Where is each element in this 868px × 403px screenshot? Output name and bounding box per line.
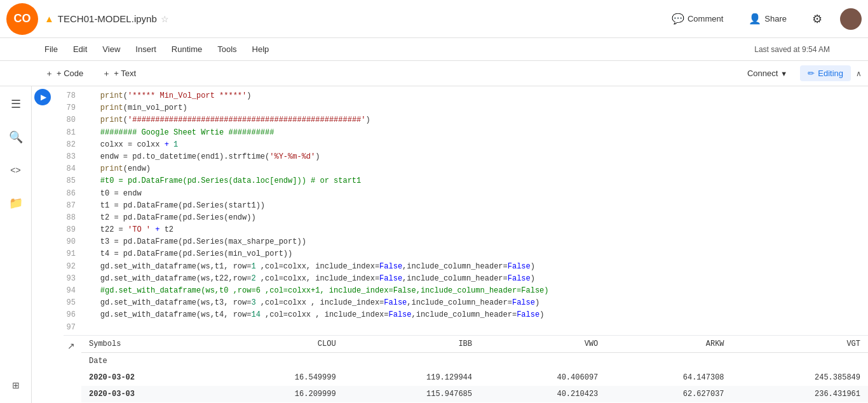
output-vgt-1: 236.431961 [732, 386, 868, 402]
comment-button[interactable]: 💬 Comment [664, 8, 731, 29]
output-date-0: 2020-03-02 [81, 369, 217, 386]
code-line-86: t0 = endw [82, 188, 862, 200]
connect-label: Connect [747, 69, 778, 78]
chevron-down-icon: ▼ [780, 70, 787, 77]
menubar: File Edit View Insert Runtime Tools Help… [0, 38, 868, 61]
play-icon: ▶ [41, 93, 46, 102]
sidebar-menu-icon[interactable]: ☰ [4, 93, 27, 116]
code-cell: ▶ 7879808182 8384858687 8889909192 93949… [32, 86, 868, 335]
star-icon[interactable]: ☆ [161, 14, 169, 24]
output-date-header: Date [81, 352, 217, 369]
output-vgt-header: VGT [732, 336, 868, 353]
output-header-row: Symbols CLOU IBB VWO ARKW VGT [81, 336, 868, 353]
output-ibb-header: IBB [344, 336, 480, 353]
left-sidebar: ☰ 🔍 <> 📁 ⊞ [0, 86, 32, 403]
menu-help[interactable]: Help [246, 42, 276, 56]
output-vwo-0: 40.406097 [480, 369, 606, 386]
expand-output-icon[interactable]: ↗ [67, 341, 75, 351]
code-line-78: print('***** Min_Vol_port *****') [82, 90, 862, 102]
output-clou-0: 16.549999 [217, 369, 343, 386]
run-button[interactable]: ▶ [34, 89, 51, 105]
comment-label: Comment [688, 14, 723, 23]
code-line-91: t4 = pd.DataFrame(pd.Series(min_vol_port… [82, 248, 862, 260]
editing-label: Editing [818, 69, 843, 78]
sidebar-table-icon[interactable]: ⊞ [4, 374, 27, 397]
output-table: Symbols CLOU IBB VWO ARKW VGT Date [81, 336, 868, 403]
line-numbers: 7879808182 8384858687 8889909192 9394959… [53, 89, 82, 335]
output-arkw-header: ARKW [606, 336, 731, 353]
toolbar-right: Connect ▼ ✏ Editing ∧ [740, 65, 862, 81]
logo: CO [6, 3, 38, 35]
comment-icon: 💬 [672, 13, 684, 25]
output-ibb-1: 115.947685 [344, 386, 480, 402]
share-icon: 👤 [749, 13, 761, 25]
code-line-92: gd.set_with_dataframe(ws,t1, row=1 ,col=… [82, 261, 862, 273]
code-line-87: t1 = pd.DataFrame(pd.Series(start1)) [82, 200, 862, 212]
logo-text: CO [14, 12, 31, 25]
drive-icon: ▲ [44, 13, 54, 24]
output-inner: Symbols CLOU IBB VWO ARKW VGT Date [81, 336, 868, 403]
output-arkw-0: 64.147308 [606, 369, 731, 386]
top-right-actions: 💬 Comment 👤 Share ⚙ [664, 8, 862, 30]
code-line-83: endw = pd.to_datetime(end1).strftime('%Y… [82, 151, 862, 163]
add-code-button[interactable]: ＋ + Code [38, 64, 90, 83]
table-row: 2020-03-03 16.209999 115.947685 40.21042… [81, 386, 868, 402]
avatar[interactable] [840, 8, 862, 30]
share-label: Share [764, 14, 787, 23]
gear-icon: ⚙ [812, 12, 822, 26]
output-vgt-0: 245.385849 [732, 369, 868, 386]
output-clou-header: CLOU [217, 336, 343, 353]
output-area: ↗ Symbols CLOU IBB VWO ARKW VGT Date [64, 335, 868, 403]
output-ibb-0: 119.129944 [344, 369, 480, 386]
main-content: ▶ 7879808182 8384858687 8889909192 93949… [32, 86, 868, 403]
code-line-96: gd.set_with_dataframe(ws,t4, row=14 ,col… [82, 309, 862, 321]
code-line-80: print('#################################… [82, 114, 862, 126]
code-line-97 [82, 322, 862, 334]
code-line-90: t3 = pd.DataFrame(pd.Series(max_sharpe_p… [82, 236, 862, 248]
sidebar-code-icon[interactable]: <> [4, 159, 27, 182]
toolbar: ＋ + Code ＋ + Text Connect ▼ ✏ Editing ∧ [0, 61, 868, 86]
output-date-label-row: Date [81, 352, 868, 369]
code-lines[interactable]: print('***** Min_Vol_port *****') print(… [82, 89, 862, 335]
output-clou-1: 16.209999 [217, 386, 343, 402]
code-line-93: gd.set_with_dataframe(ws,t22,row=2 ,col=… [82, 273, 862, 285]
last-saved: Last saved at 9:54 AM [754, 45, 830, 54]
output-wrapper: ↗ Symbols CLOU IBB VWO ARKW VGT Date [64, 336, 868, 403]
plus-text-icon: ＋ [102, 68, 111, 79]
collapse-icon[interactable]: ∧ [856, 69, 862, 78]
code-line-85: #t0 = pd.DataFrame(pd.Series(data.loc[en… [82, 175, 862, 187]
topbar: CO ▲ TECH01-MODEL.ipynb ☆ 💬 Comment 👤 Sh… [0, 0, 868, 38]
notebook-filename: TECH01-MODEL.ipynb [58, 13, 157, 24]
code-line-89: t22 = 'TO ' + t2 [82, 224, 862, 236]
sidebar-search-icon[interactable]: 🔍 [4, 126, 27, 149]
plus-code-icon: ＋ [45, 68, 53, 79]
output-vwo-1: 40.210423 [480, 386, 606, 402]
menu-tools[interactable]: Tools [211, 42, 243, 56]
menu-file[interactable]: File [38, 42, 64, 56]
add-text-button[interactable]: ＋ + Text [95, 64, 143, 83]
add-code-label: + Code [57, 69, 83, 78]
menu-edit[interactable]: Edit [67, 42, 93, 56]
code-line-81: ######## Google Sheet Wrtie ########## [82, 127, 862, 139]
connect-button[interactable]: Connect ▼ [740, 65, 795, 81]
code-line-88: t2 = pd.DataFrame(pd.Series(endw)) [82, 212, 862, 224]
menu-view[interactable]: View [96, 42, 126, 56]
pencil-icon: ✏ [808, 69, 815, 78]
share-button[interactable]: 👤 Share [741, 8, 794, 29]
code-line-95: gd.set_with_dataframe(ws,t3, row=3 ,col=… [82, 297, 862, 309]
table-row: 2020-03-02 16.549999 119.129944 40.40609… [81, 369, 868, 386]
settings-button[interactable]: ⚙ [804, 8, 830, 30]
menu-insert[interactable]: Insert [129, 42, 163, 56]
menu-runtime[interactable]: Runtime [165, 42, 208, 56]
notebook-title: ▲ TECH01-MODEL.ipynb ☆ [44, 13, 169, 24]
add-text-label: + Text [114, 69, 136, 78]
editing-button[interactable]: ✏ Editing [800, 65, 851, 81]
code-line-84: print(endw) [82, 163, 862, 175]
output-date-1: 2020-03-03 [81, 386, 217, 402]
sidebar-files-icon[interactable]: 📁 [4, 192, 27, 215]
code-line-94: #gd.set_with_dataframe(ws,t0 ,row=6 ,col… [82, 285, 862, 297]
output-symbols-header: Symbols [81, 336, 217, 353]
output-arkw-1: 62.627037 [606, 386, 731, 402]
code-line-82: colxx = colxx + 1 [82, 139, 862, 151]
output-vwo-header: VWO [480, 336, 606, 353]
